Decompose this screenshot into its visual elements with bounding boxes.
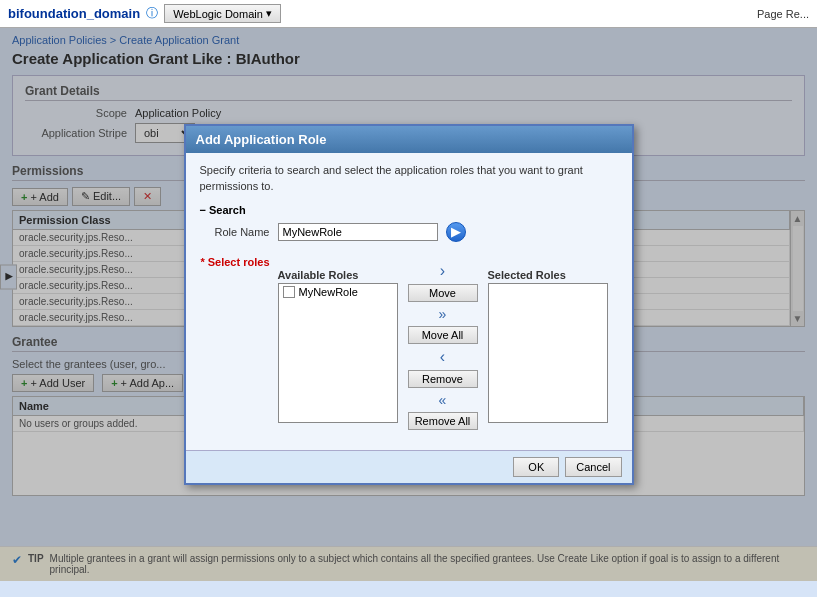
transfer-buttons: › Move » Move All ‹ Remove « Remove All xyxy=(404,252,482,440)
move-all-right-icon[interactable]: » xyxy=(439,306,447,322)
search-row: Role Name ▶ xyxy=(200,222,618,242)
selected-roles-list[interactable] xyxy=(488,283,608,423)
modal-footer: OK Cancel xyxy=(186,450,632,483)
search-section: − Search Role Name ▶ xyxy=(200,204,618,242)
role-name-item: MyNewRole xyxy=(299,286,358,298)
select-roles-label: * Select roles xyxy=(200,252,270,268)
move-btn[interactable]: Move xyxy=(408,284,478,302)
main-content: Application Policies > Create Applicatio… xyxy=(0,28,817,581)
modal-ok-btn[interactable]: OK xyxy=(513,457,559,477)
top-bar: bifoundation_domain ⓘ WebLogic Domain ▾ … xyxy=(0,0,817,28)
modal-overlay: Add Application Role Specify criteria to… xyxy=(0,28,817,581)
info-icon[interactable]: ⓘ xyxy=(146,5,158,22)
available-roles-list[interactable]: MyNewRole xyxy=(278,283,398,423)
domain-title: bifoundation_domain xyxy=(8,6,140,21)
search-toggle[interactable]: − Search xyxy=(200,204,618,216)
selected-roles-label: Selected Roles xyxy=(488,269,608,281)
page-ref: Page Re... xyxy=(757,8,809,20)
role-name-label: Role Name xyxy=(200,226,270,238)
add-application-role-modal: Add Application Role Specify criteria to… xyxy=(184,124,634,485)
modal-title: Add Application Role xyxy=(196,132,327,147)
list-item[interactable]: MyNewRole xyxy=(279,284,397,300)
remove-all-btn[interactable]: Remove All xyxy=(408,412,478,430)
modal-body: Specify criteria to search and select th… xyxy=(186,153,632,450)
select-roles-area: * Select roles Available Roles MyNewRole xyxy=(200,252,618,440)
available-roles-label: Available Roles xyxy=(278,269,398,281)
remove-left-icon[interactable]: ‹ xyxy=(440,348,445,366)
selected-roles-column: Selected Roles xyxy=(488,269,608,423)
role-name-input[interactable] xyxy=(278,223,438,241)
role-checkbox[interactable] xyxy=(283,286,295,298)
modal-header: Add Application Role xyxy=(186,126,632,153)
move-right-icon[interactable]: › xyxy=(440,262,445,280)
roles-columns: Available Roles MyNewRole › Mov xyxy=(278,252,608,440)
weblogic-domain-btn[interactable]: WebLogic Domain ▾ xyxy=(164,4,281,23)
search-go-btn[interactable]: ▶ xyxy=(446,222,466,242)
remove-all-left-icon[interactable]: « xyxy=(439,392,447,408)
chevron-down-icon: ▾ xyxy=(266,7,272,20)
top-bar-left: bifoundation_domain ⓘ WebLogic Domain ▾ xyxy=(8,4,281,23)
search-go-icon: ▶ xyxy=(451,225,460,239)
available-roles-column: Available Roles MyNewRole xyxy=(278,269,398,423)
modal-description: Specify criteria to search and select th… xyxy=(200,163,618,194)
remove-btn[interactable]: Remove xyxy=(408,370,478,388)
move-all-btn[interactable]: Move All xyxy=(408,326,478,344)
modal-cancel-btn[interactable]: Cancel xyxy=(565,457,621,477)
